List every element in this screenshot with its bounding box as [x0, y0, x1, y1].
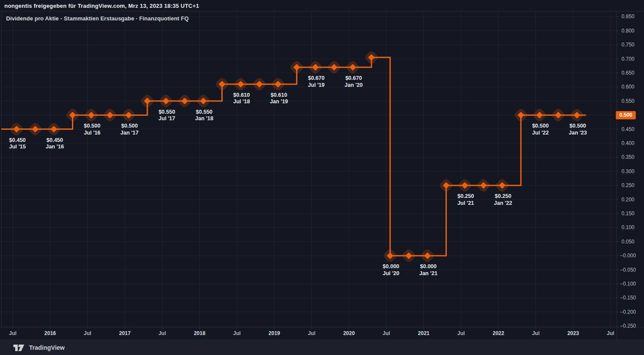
price-axis-label[interactable]: 0.700	[617, 56, 639, 62]
time-axis-month-label[interactable]: Jul	[308, 330, 315, 337]
footer-bar: TradingView	[0, 340, 644, 355]
time-axis-year-label[interactable]: 2023	[567, 330, 579, 337]
time-axis-year-label[interactable]: 2021	[418, 330, 429, 337]
time-axis-year-label[interactable]: 2020	[343, 330, 355, 337]
tradingview-logo-icon[interactable]	[13, 344, 25, 352]
price-axis-label[interactable]: 0.800	[617, 27, 639, 34]
time-axis-month-label[interactable]: Jul	[233, 330, 241, 337]
time-axis-month-label[interactable]: Jul	[457, 330, 465, 337]
price-axis-label[interactable]: 0.350	[617, 154, 639, 161]
price-axis-label[interactable]: 0.750	[617, 41, 639, 48]
time-axis-month-label[interactable]: Jul	[159, 330, 166, 337]
price-axis-label[interactable]: −0.200	[617, 309, 639, 316]
time-axis-year-label[interactable]: 2022	[493, 330, 504, 337]
price-axis-label[interactable]: −0.000	[617, 252, 639, 259]
brand-label[interactable]: TradingView	[29, 344, 65, 351]
time-axis-year-label[interactable]: 2016	[44, 330, 56, 337]
price-axis-label[interactable]: 0.100	[617, 224, 639, 231]
dividend-step-chart[interactable]	[0, 0, 644, 355]
price-axis-label[interactable]: 0.050	[617, 238, 639, 245]
price-axis-label[interactable]: 0.300	[617, 168, 639, 175]
time-axis-year-label[interactable]: 2018	[194, 330, 205, 337]
last-price-badge[interactable]: 0.500	[616, 111, 636, 119]
price-axis-label[interactable]: 0.150	[617, 210, 639, 217]
price-axis-label[interactable]: 0.400	[617, 140, 639, 147]
time-axis-month-label[interactable]: Jul	[84, 330, 91, 337]
grid-layer	[1, 11, 618, 329]
price-axis-label[interactable]: 0.200	[617, 196, 639, 203]
chart-title: Dividende pro Aktie - Stammaktien Erstau…	[6, 15, 189, 22]
price-axis-label[interactable]: 0.650	[617, 69, 639, 76]
time-axis-year-label[interactable]: 2017	[119, 330, 131, 337]
price-axis-label[interactable]: 0.550	[617, 98, 639, 105]
price-axis-label[interactable]: −0.100	[617, 280, 639, 287]
time-axis-month-label[interactable]: Jul	[607, 330, 614, 337]
time-axis-month-label[interactable]: Jul	[383, 330, 390, 337]
price-axis-label[interactable]: 0.600	[617, 83, 639, 90]
price-axis-label[interactable]: −0.050	[617, 266, 639, 273]
time-axis-year-label[interactable]: 2019	[269, 330, 280, 337]
price-axis-label[interactable]: −0.250	[617, 322, 639, 329]
price-axis-label[interactable]: 0.250	[617, 182, 639, 189]
time-axis-month-label[interactable]: Jul	[532, 330, 540, 337]
price-axis-label[interactable]: 0.850	[617, 13, 639, 20]
price-axis-label[interactable]: 0.450	[617, 126, 639, 133]
price-axis-label[interactable]: −0.150	[617, 294, 639, 301]
time-axis-month-label[interactable]: Jul	[9, 330, 16, 337]
